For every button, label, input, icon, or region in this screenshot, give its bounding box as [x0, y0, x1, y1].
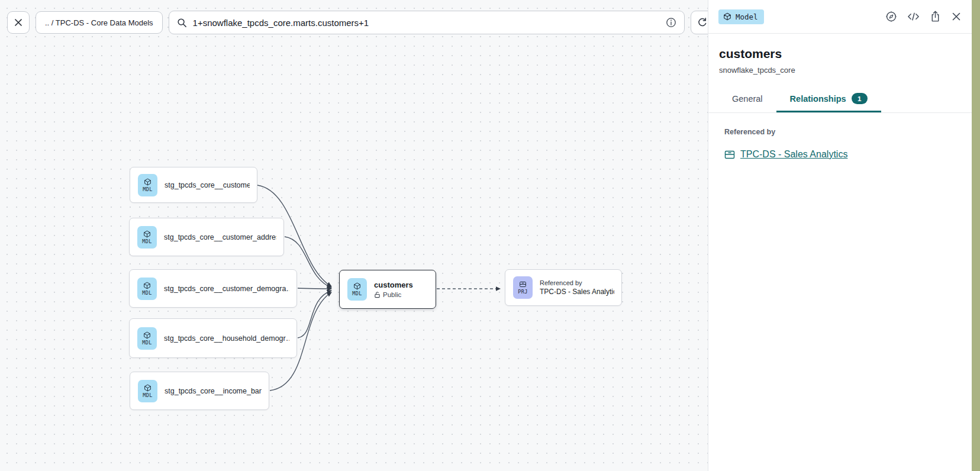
- model-badge: MDL: [138, 174, 157, 196]
- share-icon[interactable]: [930, 11, 941, 22]
- tab-relationships[interactable]: Relationships 1: [776, 85, 881, 112]
- project-drawer-icon: [724, 150, 735, 160]
- panel-header-actions: [885, 11, 962, 22]
- referenced-project-link[interactable]: TPC-DS - Sales Analytics: [740, 149, 847, 160]
- node-label: stg_tpcds_core__income_band: [165, 387, 262, 395]
- section-label: Referenced by: [724, 128, 956, 136]
- tab-general[interactable]: General: [718, 85, 776, 112]
- project-badge: PRJ: [513, 276, 533, 299]
- node-stg-household-demographics[interactable]: MDL stg_tpcds_core__household_demogr…: [129, 318, 297, 358]
- node-label: stg_tpcds_core__customer_address: [164, 233, 276, 241]
- node-stg-customer-address[interactable]: MDL stg_tpcds_core__customer_address: [129, 218, 284, 256]
- model-cube-icon: [143, 331, 151, 339]
- search-icon: [177, 18, 187, 28]
- node-customers-selected[interactable]: MDL customers Public: [339, 270, 436, 309]
- panel-tabs: General Relationships 1: [708, 85, 972, 113]
- view-code-icon[interactable]: [907, 11, 920, 22]
- node-label: stg_tpcds_core__customer_demogra…: [164, 285, 289, 293]
- panel-subtitle: snowflake_tpcds_core: [719, 66, 961, 75]
- reference-row: TPC-DS - Sales Analytics: [724, 149, 956, 160]
- model-badge: MDL: [137, 226, 157, 249]
- node-label-top: Referenced by: [540, 279, 614, 286]
- app-window: .. / TPC-DS - Core Data Models: [0, 0, 980, 471]
- node-title: customers: [374, 280, 413, 289]
- model-cube-icon: [353, 282, 361, 290]
- relationships-count-badge: 1: [852, 93, 868, 104]
- resource-type-badge: Model: [718, 9, 764, 24]
- node-stg-customer-demographics[interactable]: MDL stg_tpcds_core__customer_demogra…: [129, 269, 297, 308]
- explore-lineage-icon[interactable]: [885, 11, 897, 22]
- model-cube-icon: [143, 282, 151, 289]
- panel-title-block: customers snowflake_tpcds_core: [708, 34, 972, 77]
- node-stg-customer[interactable]: MDL stg_tpcds_core__customer: [130, 167, 257, 203]
- lineage-edges: [0, 0, 708, 471]
- referenced-by-section: Referenced by TPC-DS - Sales Analytics: [708, 113, 972, 175]
- node-label-bottom: TPC-DS - Sales Analytics: [540, 288, 614, 296]
- refresh-icon: [697, 17, 708, 28]
- node-label: stg_tpcds_core__customer: [165, 181, 250, 189]
- model-cube-icon: [143, 230, 151, 238]
- node-label: stg_tpcds_core__household_demogr…: [164, 334, 289, 343]
- model-cube-icon: [144, 384, 151, 392]
- details-panel: Model: [708, 0, 972, 471]
- close-icon: [14, 18, 23, 27]
- public-unlock-icon: [374, 291, 381, 298]
- model-badge: MDL: [137, 327, 157, 350]
- model-cube-icon: [144, 178, 151, 186]
- panel-title: customers: [719, 47, 961, 61]
- model-badge: MDL: [347, 278, 367, 301]
- lineage-canvas[interactable]: .. / TPC-DS - Core Data Models: [0, 0, 708, 471]
- canvas-toolbar: .. / TPC-DS - Core Data Models: [7, 11, 714, 34]
- breadcrumb-label: .. / TPC-DS - Core Data Models: [45, 18, 153, 27]
- access-row: Public: [374, 291, 413, 298]
- close-panel-icon[interactable]: [951, 11, 962, 22]
- model-badge: MDL: [138, 380, 157, 402]
- model-cube-icon: [723, 12, 731, 21]
- project-drawer-icon: [519, 280, 527, 288]
- panel-header: Model: [708, 0, 972, 34]
- node-referenced-project[interactable]: PRJ Referenced by TPC-DS - Sales Analyti…: [505, 269, 622, 306]
- search-input[interactable]: [193, 18, 660, 28]
- close-lineage-button[interactable]: [7, 11, 30, 34]
- node-stg-income-band[interactable]: MDL stg_tpcds_core__income_band: [130, 372, 269, 410]
- breadcrumb[interactable]: .. / TPC-DS - Core Data Models: [36, 11, 163, 34]
- lineage-search: [169, 11, 685, 34]
- model-badge: MDL: [137, 278, 157, 300]
- info-icon[interactable]: [666, 17, 676, 28]
- wallpaper-strip: [972, 0, 980, 471]
